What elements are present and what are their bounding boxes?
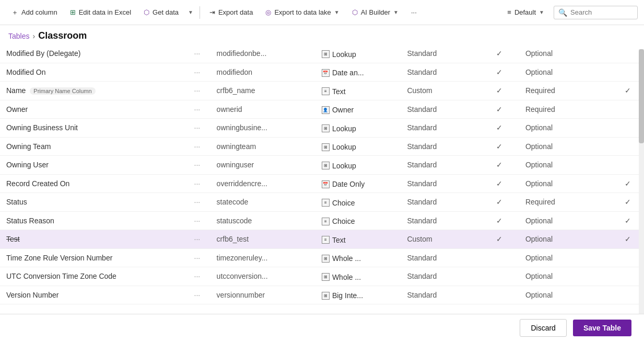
row-context-menu[interactable]: ···	[184, 100, 210, 119]
save-table-button[interactable]: Save Table	[573, 320, 631, 336]
table-row[interactable]: Modified On ··· modifiedon 📅 Date an... …	[0, 63, 644, 82]
table-row[interactable]: Test ··· crfb6_test ≡ Text Custom ✓ Opti…	[0, 230, 644, 249]
row-schema-name: utcconversion...	[210, 267, 315, 286]
row-searchable	[479, 267, 519, 286]
row-schema-name: statuscode	[210, 211, 315, 230]
searchable-check: ✓	[496, 68, 502, 76]
row-data-type: ⊞ Whole ...	[315, 248, 401, 267]
row-requirement: Optional	[519, 230, 611, 249]
row-searchable: ✓	[479, 63, 519, 82]
table-row[interactable]: Owning Team ··· owningteam ⊞ Lookup Stan…	[0, 137, 644, 156]
discard-button[interactable]: Discard	[520, 319, 566, 337]
scrollbar-track[interactable]	[639, 49, 644, 314]
row-custom-type: Custom	[401, 82, 479, 100]
scrollbar-thumb[interactable]	[639, 49, 644, 143]
search-icon: 🔍	[558, 8, 567, 17]
row-display-name: Record Created On	[0, 174, 184, 193]
row-context-menu[interactable]: ···	[184, 267, 210, 286]
row-searchable	[479, 286, 519, 304]
primary-badge: Primary Name Column	[30, 87, 95, 95]
export-lake-arrow: ▼	[334, 9, 339, 15]
export-data-button[interactable]: ⇥ Export data	[204, 5, 259, 19]
row-context-menu[interactable]: ···	[184, 82, 210, 100]
dropdown-arrow-button[interactable]: ▼	[186, 6, 195, 18]
table-row[interactable]: Status Reason ··· statuscode ≡ Choice St…	[0, 211, 644, 230]
ai-builder-label: AI Builder	[361, 8, 390, 16]
row-requirement: Optional	[519, 211, 611, 230]
table-row[interactable]: Owner ··· ownerid 👤 Owner Standard ✓ Req…	[0, 100, 644, 119]
row-searchable: ✓	[479, 174, 519, 193]
searchable-check: ✓	[496, 198, 502, 206]
managed-check: ✓	[625, 198, 631, 206]
row-data-type: ≡ Choice	[315, 193, 401, 212]
row-data-type: ⊞ Lookup	[315, 137, 401, 156]
row-context-menu[interactable]: ···	[184, 193, 210, 212]
ai-builder-button[interactable]: ⬡ AI Builder ▼	[347, 5, 404, 19]
default-view-arrow: ▼	[539, 9, 544, 15]
table-row[interactable]: NamePrimary Name Column ··· crfb6_name ≡…	[0, 82, 644, 100]
row-data-type: ≡ Text	[315, 230, 401, 249]
row-custom-type: Standard	[401, 119, 479, 138]
row-schema-name: owningteam	[210, 137, 315, 156]
row-display-name: Owning User	[0, 156, 184, 175]
edit-excel-button[interactable]: ⊞ Edit data in Excel	[65, 5, 136, 19]
data-table: Modified By (Delegate) ··· modifiedonbe.…	[0, 44, 644, 304]
row-context-menu[interactable]: ···	[184, 119, 210, 138]
table-row[interactable]: Version Number ··· versionnumber ⊞ Big I…	[0, 286, 644, 304]
get-data-button[interactable]: ⬡ Get data	[138, 5, 184, 19]
row-display-name: Status Reason	[0, 211, 184, 230]
row-context-menu[interactable]: ···	[184, 248, 210, 267]
row-data-type: ⊞ Whole ...	[315, 267, 401, 286]
row-searchable	[479, 248, 519, 267]
row-custom-type: Standard	[401, 174, 479, 193]
row-display-name: Time Zone Rule Version Number	[0, 248, 184, 267]
row-requirement: Optional	[519, 156, 611, 175]
managed-check: ✓	[625, 217, 631, 225]
export-data-icon: ⇥	[209, 8, 215, 16]
table-row[interactable]: Time Zone Rule Version Number ··· timezo…	[0, 248, 644, 267]
row-custom-type: Standard	[401, 267, 479, 286]
row-context-menu[interactable]: ···	[184, 230, 210, 249]
search-box[interactable]: 🔍	[554, 6, 638, 19]
export-lake-button[interactable]: ◎ Export to data lake ▼	[260, 5, 344, 19]
more-options-button[interactable]: ···	[406, 5, 422, 19]
table-row[interactable]: Owning User ··· owninguser ⊞ Lookup Stan…	[0, 156, 644, 175]
row-custom-type: Standard	[401, 137, 479, 156]
managed-check: ✓	[625, 179, 631, 188]
row-context-menu[interactable]: ···	[184, 156, 210, 175]
row-context-menu[interactable]: ···	[184, 63, 210, 82]
row-schema-name: overriddencre...	[210, 174, 315, 193]
searchable-check: ✓	[496, 105, 502, 113]
row-context-menu[interactable]: ···	[184, 286, 210, 304]
row-context-menu[interactable]: ···	[184, 211, 210, 230]
table-row[interactable]: Status ··· statecode ≡ Choice Standard ✓…	[0, 193, 644, 212]
row-searchable: ✓	[479, 100, 519, 119]
default-view-label: Default	[514, 8, 536, 16]
searchable-check: ✓	[496, 123, 502, 132]
table-row[interactable]: Record Created On ··· overriddencre... 📅…	[0, 174, 644, 193]
row-display-name: UTC Conversion Time Zone Code	[0, 267, 184, 286]
searchable-check: ✓	[496, 49, 502, 58]
row-display-name: Modified By (Delegate)	[0, 44, 184, 63]
table-row[interactable]: Modified By (Delegate) ··· modifiedonbe.…	[0, 44, 644, 63]
row-requirement: Required	[519, 100, 611, 119]
table-row[interactable]: Owning Business Unit ··· owningbusine...…	[0, 119, 644, 138]
search-input[interactable]	[570, 8, 633, 16]
row-schema-name: timezoneruley...	[210, 248, 315, 267]
row-display-name: Version Number	[0, 286, 184, 304]
default-view-button[interactable]: ≡ Default ▼	[502, 5, 549, 19]
row-display-name: Test	[0, 230, 184, 249]
get-data-icon: ⬡	[144, 8, 149, 16]
row-requirement: Required	[519, 193, 611, 212]
row-context-menu[interactable]: ···	[184, 137, 210, 156]
row-schema-name: ownerid	[210, 100, 315, 119]
add-column-button[interactable]: ＋ Add column	[6, 5, 63, 20]
breadcrumb-separator: ›	[32, 32, 35, 40]
row-context-menu[interactable]: ···	[184, 174, 210, 193]
breadcrumb-parent[interactable]: Tables	[8, 32, 29, 40]
managed-check: ✓	[625, 86, 631, 95]
table-row[interactable]: UTC Conversion Time Zone Code ··· utccon…	[0, 267, 644, 286]
row-schema-name: statecode	[210, 193, 315, 212]
row-context-menu[interactable]: ···	[184, 44, 210, 63]
row-data-type: ≡ Choice	[315, 211, 401, 230]
